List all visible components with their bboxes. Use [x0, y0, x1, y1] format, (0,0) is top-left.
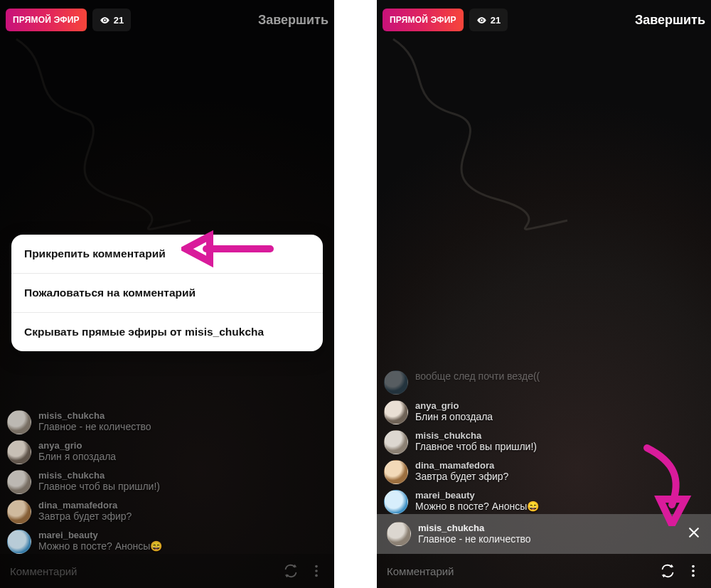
pinned-comment[interactable]: misis_chukcha Главное - не количество: [377, 514, 711, 554]
comment-username: misis_chukcha: [38, 410, 151, 421]
comment-text: Блин я опоздала: [415, 411, 493, 423]
comment-username: marei_beauty: [415, 490, 539, 501]
svg-point-6: [692, 574, 695, 577]
avatar: [7, 470, 31, 494]
more-button[interactable]: [309, 563, 324, 579]
more-button[interactable]: [685, 563, 701, 579]
switch-camera-button[interactable]: [660, 563, 675, 579]
pinned-username: misis_chukcha: [418, 523, 531, 533]
comment-text: Главное чтоб вы пришли!): [38, 481, 160, 493]
comment-text: Можно в посте? Анонсы😄: [38, 540, 162, 552]
switch-camera-icon: [660, 563, 675, 579]
live-badge: ПРЯМОЙ ЭФИР: [383, 9, 464, 31]
comment-text: Можно в посте? Анонсы😄: [415, 501, 539, 513]
eye-icon: [476, 15, 487, 26]
comment-input[interactable]: [10, 565, 273, 577]
menu-report-comment[interactable]: Пожаловаться на комментарий: [11, 273, 323, 312]
unpin-button[interactable]: [687, 525, 701, 542]
avatar: [384, 400, 408, 424]
avatar: [7, 530, 31, 554]
switch-camera-icon: [283, 563, 299, 579]
comment-text: Завтра будет эфир?: [415, 471, 508, 483]
avatar: [384, 430, 408, 454]
viewers-count[interactable]: 21: [469, 9, 508, 31]
avatar: [7, 410, 31, 434]
comment-username: misis_chukcha: [415, 430, 537, 441]
avatar: [384, 490, 408, 514]
more-icon: [685, 563, 701, 579]
pinned-text: Главное - не количество: [418, 533, 531, 545]
comment-item[interactable]: marei_beauty Можно в посте? Анонсы😄: [384, 490, 647, 514]
live-screen-left: ПРЯМОЙ ЭФИР 21 Завершить misis_chukcha Г…: [0, 0, 334, 588]
comment-text: Главное - не количество: [38, 421, 151, 433]
comment-item[interactable]: misis_chukcha Главное чтоб вы пришли!): [7, 470, 270, 494]
viewers-count[interactable]: 21: [92, 9, 131, 31]
avatar: [387, 522, 411, 546]
avatar: [7, 500, 31, 524]
comment-text: вообще след почти везде((: [415, 370, 540, 383]
viewers-number: 21: [114, 15, 124, 26]
live-topbar: ПРЯМОЙ ЭФИР 21 Завершить: [6, 6, 328, 34]
viewers-number: 21: [491, 15, 501, 26]
live-topbar: ПРЯМОЙ ЭФИР 21 Завершить: [383, 6, 705, 34]
comment-item[interactable]: anya_grio Блин я опоздала: [7, 440, 270, 464]
svg-point-4: [692, 565, 695, 568]
end-live-button[interactable]: Завершить: [258, 13, 328, 28]
comment-text: Завтра будет эфир?: [38, 511, 132, 523]
switch-camera-button[interactable]: [283, 563, 299, 579]
avatar: [384, 370, 408, 395]
comment-item[interactable]: вообще след почти везде((: [384, 370, 647, 395]
close-icon: [687, 525, 701, 540]
avatar: [384, 460, 408, 484]
avatar: [7, 440, 31, 464]
menu-pin-comment[interactable]: Прикрепить комментарий: [11, 235, 323, 273]
comment-username: misis_chukcha: [38, 470, 160, 481]
comment-text: Главное чтоб вы пришли!): [415, 441, 537, 453]
comments-stream: misis_chukcha Главное - не количество an…: [7, 410, 270, 554]
comments-stream: вообще след почти везде(( anya_grio Блин…: [384, 370, 647, 514]
live-bottombar: [377, 554, 711, 588]
comment-username: dina_mamafedora: [38, 500, 132, 511]
more-icon: [309, 563, 324, 579]
comment-item[interactable]: marei_beauty Можно в посте? Анонсы😄: [7, 530, 270, 554]
comment-item[interactable]: dina_mamafedora Завтра будет эфир?: [384, 460, 647, 484]
comment-text: Блин я опоздала: [38, 451, 116, 463]
live-bottombar: [0, 554, 334, 588]
comment-item[interactable]: misis_chukcha Главное - не количество: [7, 410, 270, 434]
live-badge: ПРЯМОЙ ЭФИР: [6, 9, 87, 31]
comment-item[interactable]: anya_grio Блин я опоздала: [384, 400, 647, 424]
decorative-lights: [390, 36, 589, 249]
live-screen-right: ПРЯМОЙ ЭФИР 21 Завершить вообще след поч…: [377, 0, 711, 588]
menu-hide-lives[interactable]: Скрывать прямые эфиры от misis_chukcha: [11, 312, 323, 351]
svg-point-1: [315, 570, 318, 572]
comment-username: marei_beauty: [38, 530, 162, 540]
comment-username: anya_grio: [38, 440, 116, 451]
comment-item[interactable]: dina_mamafedora Завтра будет эфир?: [7, 500, 270, 524]
svg-point-0: [315, 565, 318, 568]
comment-username: anya_grio: [415, 400, 493, 411]
comment-input[interactable]: [387, 565, 650, 577]
end-live-button[interactable]: Завершить: [635, 13, 705, 28]
comment-username: dina_mamafedora: [415, 460, 508, 471]
comment-context-menu: Прикрепить комментарий Пожаловаться на к…: [11, 235, 323, 351]
svg-point-2: [315, 574, 318, 577]
svg-point-5: [692, 570, 695, 572]
eye-icon: [100, 15, 110, 26]
comment-item[interactable]: misis_chukcha Главное чтоб вы пришли!): [384, 430, 647, 454]
